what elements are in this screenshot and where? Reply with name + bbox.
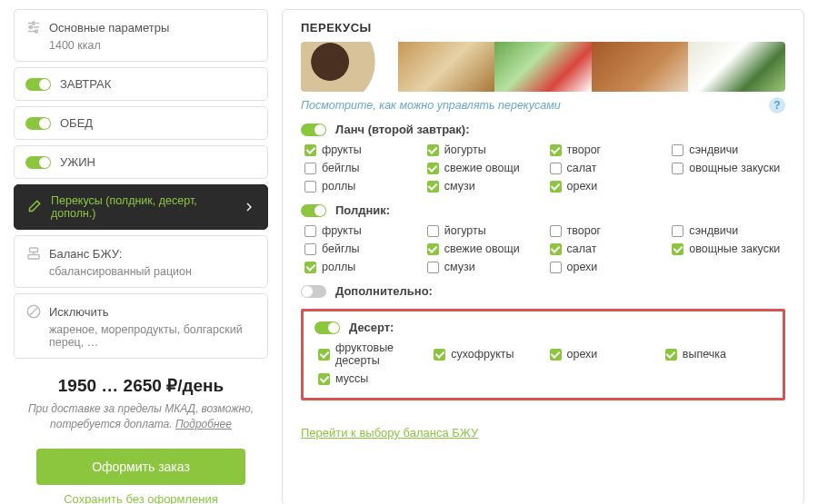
checkbox[interactable] [550,349,562,361]
option-item[interactable]: орехи [550,341,656,367]
checkbox[interactable] [434,349,445,361]
main-title: ПЕРЕКУСЫ [301,21,785,35]
price-block: 1950 … 2650 ₽/день При доставке за преде… [14,364,268,438]
checkbox[interactable] [304,262,316,273]
checkbox[interactable] [550,262,562,273]
option-item[interactable]: свежие овощи [427,242,541,255]
option-item[interactable]: свежие овощи [427,162,541,174]
option-label: фрукты [322,143,362,156]
option-item[interactable]: выпечка [665,341,772,367]
sidebar-bju-card[interactable]: Баланс БЖУ: сбалансированный рацион [14,235,268,288]
option-item[interactable]: йогурты [427,224,541,237]
block-toggle[interactable] [314,321,340,334]
meal-toggle[interactable] [25,156,51,169]
option-item[interactable]: муссы [318,372,424,385]
option-item[interactable]: творог [550,224,663,237]
order-button[interactable]: Оформить заказ [36,449,245,485]
option-item[interactable]: роллы [304,180,418,193]
price-more-link[interactable]: Подробнее [175,418,232,430]
option-label: выпечка [683,348,726,361]
checkbox[interactable] [550,181,562,193]
option-label: творог [567,224,602,237]
option-item[interactable]: сэндвичи [672,143,785,156]
checkbox[interactable] [427,144,439,156]
checkbox[interactable] [550,163,562,174]
option-item[interactable]: бейглы [304,242,418,255]
checkbox[interactable] [672,225,683,237]
sidebar-meal-0[interactable]: ЗАВТРАК [14,67,268,101]
checkbox[interactable] [304,181,316,193]
block-toggle[interactable] [301,204,326,217]
settings-icon [25,19,42,35]
block-toggle[interactable] [301,124,326,136]
option-item[interactable]: овощные закуски [672,242,785,255]
option-label: сэндвичи [689,143,738,156]
option-item[interactable]: орехи [550,261,663,273]
option-item[interactable]: фруктовые десерты [318,341,424,367]
block-name: Полдник: [335,203,390,217]
option-item[interactable]: орехи [550,180,663,193]
option-item[interactable]: смузи [427,180,541,193]
sidebar-params-card[interactable]: Основные параметры 1400 ккал [14,9,268,62]
option-label: салат [567,242,597,255]
checkbox[interactable] [318,349,330,361]
option-item[interactable]: овощные закуски [672,162,785,174]
chevron-right-icon [242,200,256,214]
option-item[interactable]: смузи [427,261,541,273]
checkbox[interactable] [550,225,562,237]
option-label: фрукты [322,224,362,237]
checkbox[interactable] [427,181,439,193]
checkbox[interactable] [672,163,683,174]
checkbox[interactable] [427,163,439,174]
price-range: 1950 … 2650 ₽/день [17,375,264,396]
option-item[interactable]: фрукты [304,224,418,237]
checkbox[interactable] [318,373,330,385]
meal-toggle[interactable] [25,117,51,130]
block-name: Десерт: [349,321,394,334]
options-grid: фруктовые десертысухофруктыорехивыпечкам… [314,341,772,385]
sidebar-meal-2[interactable]: УЖИН [14,145,268,179]
checkbox[interactable] [304,144,316,156]
option-label: муссы [335,372,368,385]
option-item[interactable]: йогурты [427,143,541,156]
option-item[interactable]: сухофрукты [434,341,540,367]
option-label: смузи [444,261,475,273]
price-note: При доставке за пределы МКАД, возможно, … [17,401,264,432]
bju-value: сбалансированный рацион [25,265,192,278]
sidebar-snacks-card[interactable]: Перекусы (полдник, десерт, дополн.) [14,184,268,230]
meal-toggle[interactable] [25,78,51,91]
pencil-icon [25,199,42,215]
option-label: йогурты [444,224,486,237]
checkbox[interactable] [427,262,439,273]
checkbox[interactable] [304,225,316,237]
exclude-title: Исключить [49,305,109,319]
option-item[interactable]: салат [550,242,663,255]
option-label: смузи [444,180,475,193]
option-label: орехи [567,180,598,193]
sidebar-exclude-card[interactable]: Исключить жареное, морепродукты, болгарс… [14,293,268,359]
option-label: сухофрукты [451,348,514,361]
help-icon[interactable]: ? [769,97,785,114]
save-link[interactable]: Сохранить без оформления [14,492,268,504]
checkbox[interactable] [665,349,677,361]
checkbox[interactable] [427,225,439,237]
checkbox[interactable] [550,243,562,255]
checkbox[interactable] [427,243,439,255]
checkbox[interactable] [304,163,316,174]
checkbox[interactable] [304,243,316,255]
checkbox[interactable] [550,144,562,156]
option-item[interactable]: сэндвичи [672,224,785,237]
checkbox[interactable] [672,144,683,156]
scale-icon [25,245,42,262]
next-step-link[interactable]: Перейти к выбору баланса БЖУ [301,426,478,440]
options-grid: фруктыйогуртытворогсэндвичибейглысвежие … [301,143,785,193]
option-item[interactable]: фрукты [304,143,418,156]
option-item[interactable]: роллы [304,261,418,273]
option-item[interactable]: салат [550,162,663,174]
hint-link[interactable]: Посмотрите, как можно управлять перекуса… [301,99,561,112]
sidebar-meal-1[interactable]: ОБЕД [14,106,268,140]
checkbox[interactable] [672,243,683,255]
option-item[interactable]: творог [550,143,663,156]
block-toggle[interactable] [301,285,326,298]
option-item[interactable]: бейглы [304,162,418,174]
